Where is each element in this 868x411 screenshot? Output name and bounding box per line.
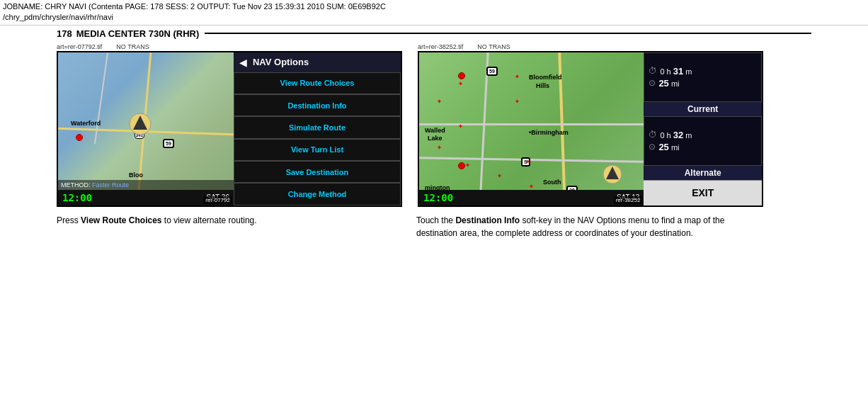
clock-icon-2: ⏱: [649, 130, 657, 140]
current-clock-row: ⏱ 0 h 31 m: [649, 66, 757, 77]
right-screen: Bloomfield Hills Walled Lake •Birmingham…: [418, 51, 763, 207]
road-r4: [419, 157, 644, 163]
right-ref: rer-38252: [614, 196, 643, 204]
current-time-value: 0 h 31 m: [660, 66, 692, 77]
method-bar: METHOD: Faster Route: [58, 180, 234, 190]
menu-item-change-method[interactable]: Change Method: [234, 183, 401, 205]
left-art-label: art=rer-07792.tif NO TRANS: [57, 43, 404, 50]
exit-button[interactable]: EXIT: [644, 180, 762, 206]
main-content: art=rer-07792.tif NO TRANS Waterford Blo…: [0, 40, 868, 210]
sign-59: 59: [163, 139, 174, 148]
header: JOBNAME: CHRY NAVI (Contenta PAGE: 178 S…: [0, 0, 868, 26]
dir-arrow-4: ✦: [515, 98, 520, 105]
city-birmingham: •Birmingham: [529, 129, 569, 136]
marker-1: [76, 134, 83, 141]
current-speed-row: ⊙ 25 mi: [649, 78, 757, 89]
title-rule: [205, 33, 811, 34]
speed-icon-1: ⊙: [649, 78, 656, 88]
right-time-bar: 12:00 SAT 13: [419, 190, 644, 206]
page-title-bar: 178 MEDIA CENTER 730N (RHR): [0, 27, 868, 40]
alternate-miles-value: 25 mi: [658, 142, 679, 152]
left-screen: Waterford Bloo 59 241 METHOD: Faster Rou…: [57, 51, 402, 207]
alternate-route-box: ⏱ 0 h 32 m ⊙ 25 mi: [644, 116, 762, 166]
page-number: 178: [57, 28, 72, 39]
menu-item-turn-list[interactable]: View Turn List: [234, 139, 401, 161]
left-ref: rer-07792: [203, 196, 232, 204]
right-art-label: art=rer-38252.tif NO TRANS: [418, 43, 765, 50]
right-map: Bloomfield Hills Walled Lake •Birmingham…: [419, 52, 644, 206]
marker-r1: [458, 162, 465, 169]
nav-arrow-right: [603, 164, 622, 184]
current-miles-value: 25 mi: [658, 78, 679, 89]
right-panel: art=rer-38252.tif NO TRANS Bloomfield Hi…: [418, 43, 765, 207]
city-lake: Lake: [428, 135, 442, 142]
caption-bold-1: View Route Choices: [81, 215, 161, 225]
left-panel: art=rer-07792.tif NO TRANS Waterford Blo…: [57, 43, 404, 207]
dir-arrow-9: ✦: [525, 159, 530, 165]
header-line1: JOBNAME: CHRY NAVI (Contenta PAGE: 178 S…: [3, 2, 386, 11]
header-line2: /chry_pdm/chrysler/navi/rhr/navi: [3, 13, 113, 21]
dir-arrow-1: ✦: [458, 81, 463, 87]
marker-r2: [458, 72, 465, 79]
city-waterford: Waterford: [71, 120, 101, 127]
dir-arrow-5: ✦: [458, 123, 463, 130]
right-time: 12:00: [423, 192, 453, 203]
nav-title: NAV Options: [253, 57, 309, 67]
dir-arrow-10: ✦: [529, 184, 534, 190]
page-title-text: MEDIA CENTER 730N (RHR): [76, 28, 200, 39]
nav-arrow: [129, 113, 152, 135]
nav-header: ◀ NAV Options: [234, 52, 401, 72]
sign-r-59: 59: [486, 67, 498, 76]
current-route-label: Current: [644, 102, 762, 116]
menu-item-simulate[interactable]: Simulate Route: [234, 116, 401, 138]
alternate-time-value: 0 h 32 m: [660, 130, 692, 140]
dir-arrow-6: ✦: [437, 145, 442, 151]
alternate-route-label: Alternate: [644, 166, 762, 180]
caption-bold-2: Destination Info: [455, 215, 520, 225]
city-hills: Hills: [536, 82, 549, 89]
left-map: Waterford Bloo 59 241 METHOD: Faster Rou…: [58, 52, 234, 206]
dir-arrow-7: ✦: [465, 162, 470, 169]
menu-item-save-destination[interactable]: Save Destination: [234, 161, 401, 183]
route-info-panel: ⏱ 0 h 31 m ⊙ 25 mi: [644, 52, 762, 206]
dir-arrow-3: ✦: [515, 74, 520, 80]
city-bloomfield: Bloomfield: [529, 74, 562, 81]
speed-icon-2: ⊙: [649, 142, 656, 152]
city-bloo: Bloo: [129, 171, 143, 179]
current-route-box: ⏱ 0 h 31 m ⊙ 25 mi: [644, 52, 762, 102]
menu-item-view-route[interactable]: View Route Choices: [234, 72, 401, 94]
road-r3: [419, 123, 644, 125]
alternate-clock-row: ⏱ 0 h 32 m: [649, 130, 757, 140]
dir-arrow-8: ✦: [497, 173, 502, 179]
left-time: 12:00: [62, 192, 92, 203]
dir-arrow-2: ✦: [437, 98, 442, 105]
clock-icon-1: ⏱: [649, 66, 657, 76]
left-caption: Press View Route Choices to view alterna…: [57, 214, 402, 240]
caption-area: Press View Route Choices to view alterna…: [0, 210, 868, 244]
nav-options-menu: ◀ NAV Options View Route Choices Destina…: [234, 52, 401, 206]
back-arrow-icon[interactable]: ◀: [239, 57, 247, 68]
city-walled: Walled: [425, 127, 445, 134]
menu-items-list: View Route Choices Destination Info Simu…: [234, 72, 401, 206]
alternate-speed-row: ⊙ 25 mi: [649, 142, 757, 152]
right-caption: Touch the Destination Info soft-key in t…: [416, 214, 762, 240]
menu-item-destination-info[interactable]: Destination Info: [234, 94, 401, 116]
city-south: South: [543, 179, 561, 186]
